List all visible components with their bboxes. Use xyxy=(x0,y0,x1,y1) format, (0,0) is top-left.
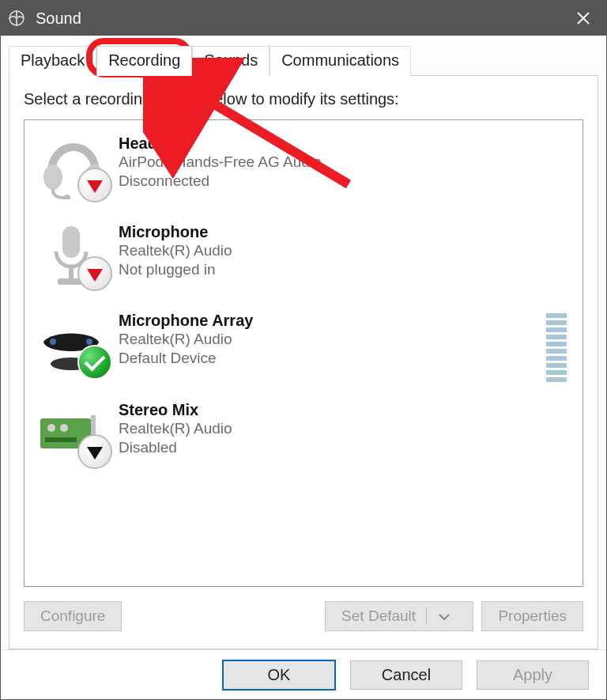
tab-playback[interactable]: Playback xyxy=(9,46,96,76)
device-provider: Realtek(R) Audio xyxy=(119,419,232,438)
device-name: Stereo Mix xyxy=(119,401,232,419)
configure-button[interactable]: Configure xyxy=(24,601,122,631)
sheet-button-row: Configure Set Default Properties xyxy=(24,601,583,631)
list-item[interactable]: Stereo Mix Realtek(R) Audio Disabled xyxy=(36,392,571,480)
device-provider: Realtek(R) Audio xyxy=(119,330,253,349)
device-status: Not plugged in xyxy=(119,260,232,279)
device-status: Default Device xyxy=(119,349,253,368)
device-text: Microphone Array Realtek(R) Audio Defaul… xyxy=(119,310,253,368)
svg-point-3 xyxy=(64,195,70,199)
ok-button[interactable]: OK xyxy=(222,660,336,691)
window-title: Sound xyxy=(36,9,81,28)
tab-sounds[interactable]: Sounds xyxy=(192,46,270,76)
device-name: Microphone xyxy=(119,223,232,241)
device-text: Microphone Realtek(R) Audio Not plugged … xyxy=(119,221,232,279)
device-list[interactable]: Headset AirPods Hands-Free AG Audio Disc… xyxy=(24,119,583,587)
device-provider: AirPods Hands-Free AG Audio xyxy=(119,153,322,172)
svg-rect-5 xyxy=(69,266,74,278)
svg-point-13 xyxy=(60,424,68,432)
device-icon xyxy=(36,310,119,381)
tab-communications[interactable]: Communications xyxy=(270,46,411,76)
svg-point-9 xyxy=(86,339,92,345)
device-provider: Realtek(R) Audio xyxy=(119,241,232,260)
dialog-button-row: OK Cancel Apply xyxy=(1,649,606,699)
device-icon xyxy=(36,133,119,204)
default-overlay-icon xyxy=(77,345,112,380)
device-status: Disconnected xyxy=(119,172,322,191)
tab-strip: Playback Recording Sounds Communications xyxy=(9,44,598,76)
unavailable-overlay-icon xyxy=(77,256,112,291)
level-meter xyxy=(546,313,567,382)
device-text: Stereo Mix Realtek(R) Audio Disabled xyxy=(119,399,232,457)
instruction-text: Select a recording device below to modif… xyxy=(24,90,583,108)
svg-rect-4 xyxy=(62,226,80,258)
sound-app-icon xyxy=(9,10,25,26)
properties-button[interactable]: Properties xyxy=(481,601,583,631)
device-status: Disabled xyxy=(119,438,232,457)
tab-recording[interactable]: Recording xyxy=(96,46,192,76)
device-name: Microphone Array xyxy=(119,312,253,330)
titlebar: Sound xyxy=(1,1,606,36)
svg-point-12 xyxy=(47,424,55,432)
apply-button[interactable]: Apply xyxy=(477,660,589,690)
sound-dialog-window: Sound Playback Recording Sounds Communic… xyxy=(0,0,607,700)
svg-point-1 xyxy=(43,165,62,190)
list-item[interactable]: Microphone Realtek(R) Audio Not plugged … xyxy=(36,214,571,302)
set-default-button[interactable]: Set Default xyxy=(325,601,473,631)
list-item[interactable]: Microphone Array Realtek(R) Audio Defaul… xyxy=(36,302,571,392)
device-name: Headset xyxy=(119,134,322,153)
close-icon xyxy=(576,11,590,25)
client-area: Playback Recording Sounds Communications… xyxy=(1,36,606,649)
list-item[interactable]: Headset AirPods Hands-Free AG Audio Disc… xyxy=(36,125,571,214)
device-text: Headset AirPods Hands-Free AG Audio Disc… xyxy=(119,133,322,191)
close-button[interactable] xyxy=(560,1,606,36)
svg-rect-14 xyxy=(45,437,77,442)
unavailable-overlay-icon xyxy=(77,434,112,469)
set-default-label: Set Default xyxy=(341,607,416,624)
recording-tab-panel: Select a recording device below to modif… xyxy=(9,76,598,649)
device-icon xyxy=(36,399,119,471)
unavailable-overlay-icon xyxy=(77,168,112,202)
cancel-button[interactable]: Cancel xyxy=(350,660,462,690)
chevron-down-icon[interactable] xyxy=(426,607,457,625)
svg-point-8 xyxy=(50,339,56,345)
device-icon xyxy=(36,221,119,293)
